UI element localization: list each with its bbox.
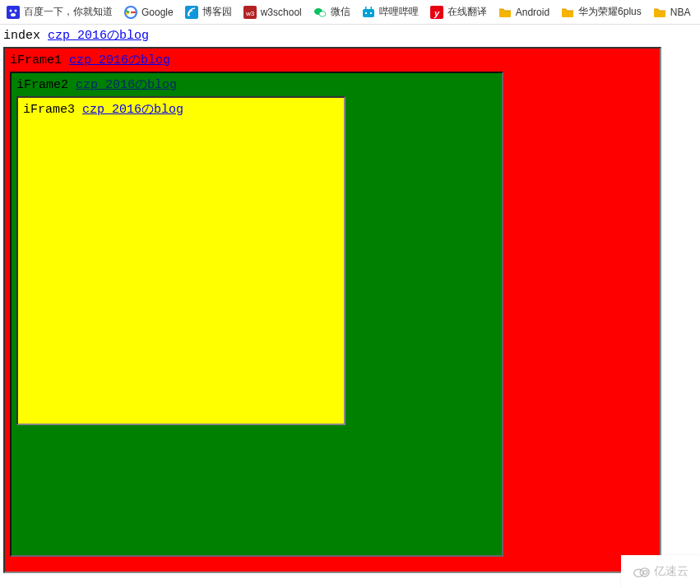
index-row: index czp 2016のblog (3, 29, 697, 44)
bookmark-label: Google (141, 7, 174, 18)
svg-point-3 (11, 13, 16, 16)
svg-point-20 (643, 571, 647, 575)
svg-text:y: y (433, 7, 440, 17)
svg-rect-13 (370, 7, 372, 10)
index-link[interactable]: czp 2016のblog (48, 29, 149, 43)
bookmarks-bar: 百度一下，你就知道 Google 博客园 w3 w3school 微信 哔哩哔哩… (0, 0, 700, 25)
iframe2-row: iFrame2 czp 2016のblog (16, 78, 497, 93)
bookmark-label: 博客园 (202, 5, 232, 19)
bilibili-icon (362, 6, 375, 19)
cloud-icon (633, 565, 651, 578)
watermark: 亿速云 (621, 555, 700, 588)
svg-rect-11 (363, 9, 374, 17)
bookmark-label: 哔哩哔哩 (379, 5, 419, 19)
bookmark-wechat[interactable]: 微信 (313, 5, 350, 19)
watermark-text: 亿速云 (654, 564, 688, 579)
iframe1-row: iFrame1 czp 2016のblog (10, 53, 655, 68)
svg-point-10 (319, 11, 326, 16)
bookmark-folder-huawei[interactable]: 华为荣耀6plus (561, 5, 642, 19)
bookmark-label: NBA (670, 7, 691, 18)
svg-point-1 (10, 9, 12, 12)
svg-rect-12 (365, 7, 367, 10)
cnblogs-icon (185, 6, 198, 19)
folder-icon (498, 6, 512, 19)
iframe3-link[interactable]: czp 2016のblog (82, 103, 183, 117)
baidu-icon (7, 6, 20, 19)
bookmark-w3school[interactable]: w3 w3school (243, 6, 302, 19)
iframe2: iFrame2 czp 2016のblog iFrame3 czp 2016のb… (10, 72, 503, 557)
bookmark-label: Android (516, 7, 549, 18)
iframe1: iFrame1 czp 2016のblog iFrame2 czp 2016のb… (3, 47, 661, 573)
bookmark-cnblogs[interactable]: 博客园 (185, 5, 232, 19)
bookmark-google[interactable]: Google (124, 6, 174, 19)
bookmark-bilibili[interactable]: 哔哩哔哩 (362, 5, 419, 19)
svg-point-19 (640, 568, 649, 576)
svg-rect-14 (365, 12, 367, 14)
bookmark-label: 华为荣耀6plus (578, 5, 642, 19)
svg-rect-0 (7, 6, 20, 19)
iframe3: iFrame3 czp 2016のblog (16, 96, 345, 425)
wechat-icon (313, 6, 327, 19)
iframe2-label: iFrame2 (16, 78, 68, 92)
bookmark-youdao[interactable]: y 在线翻译 (430, 5, 487, 19)
youdao-icon: y (430, 6, 443, 19)
bookmark-folder-android[interactable]: Android (498, 6, 549, 19)
iframe2-link[interactable]: czp 2016のblog (76, 78, 177, 92)
iframe1-link[interactable]: czp 2016のblog (69, 53, 170, 67)
svg-point-2 (15, 9, 17, 12)
bookmark-folder-nba[interactable]: NBA (653, 6, 691, 19)
page-content: index czp 2016のblog iFrame1 czp 2016のblo… (0, 25, 700, 577)
w3school-icon: w3 (243, 6, 257, 19)
svg-rect-15 (370, 12, 372, 14)
iframe3-label: iFrame3 (23, 103, 75, 117)
index-label: index (3, 29, 40, 43)
svg-text:w3: w3 (245, 10, 255, 17)
folder-icon (653, 6, 666, 19)
bookmark-label: 微信 (331, 5, 350, 19)
bookmark-baidu[interactable]: 百度一下，你就知道 (7, 5, 113, 19)
folder-icon (561, 6, 574, 19)
svg-point-6 (188, 14, 189, 16)
google-icon (124, 6, 137, 19)
bookmark-label: w3school (261, 7, 302, 18)
iframe3-row: iFrame3 czp 2016のblog (23, 103, 339, 118)
bookmark-label: 在线翻译 (447, 5, 487, 19)
bookmark-label: 百度一下，你就知道 (24, 5, 113, 19)
svg-rect-5 (185, 6, 198, 19)
iframe1-label: iFrame1 (10, 53, 62, 67)
